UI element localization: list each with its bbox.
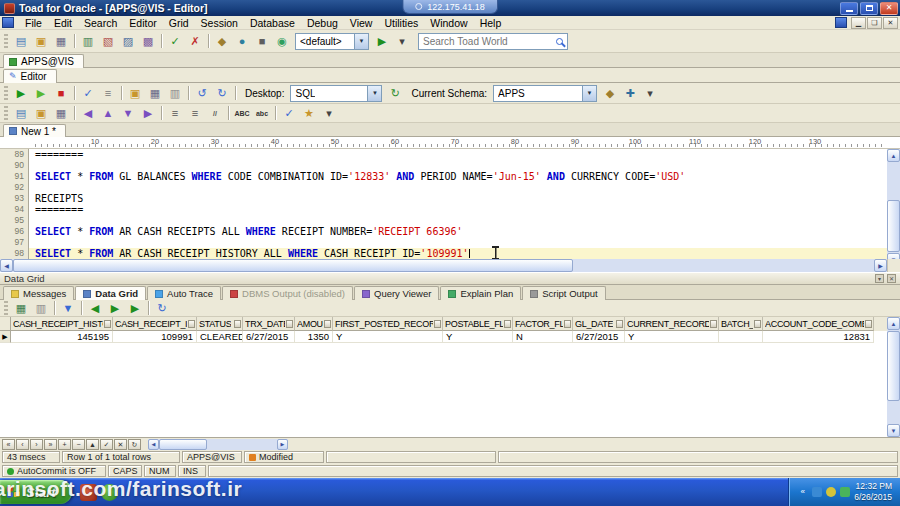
lowercase-icon[interactable]: abc — [253, 105, 271, 122]
schema-combo[interactable]: APPS ▼ — [493, 85, 597, 102]
column-header-first-posted-record-flag[interactable]: FIRST_POSTED_RECORD_FLAG — [333, 317, 443, 331]
editor-vertical-scrollbar[interactable]: ▲ ▼ — [887, 149, 900, 259]
mdi-minimize-button[interactable]: ▁ — [851, 17, 866, 29]
prior-record-button[interactable]: ‹ — [16, 439, 29, 450]
search-input[interactable] — [423, 36, 553, 47]
security-icon[interactable] — [840, 487, 850, 497]
column-header-trx-date[interactable]: TRX_DATE — [243, 317, 295, 331]
cell-trx-date[interactable]: 6/27/2015 — [243, 331, 295, 343]
cell-factor-flag[interactable]: N — [513, 331, 573, 343]
cell-batch-id[interactable] — [719, 331, 763, 343]
document-tab-new-1[interactable]: New 1 * — [3, 124, 66, 137]
toad-world-icon[interactable]: ◉ — [273, 33, 291, 50]
column-options-icon[interactable] — [710, 320, 717, 328]
execute-script-icon[interactable]: ▶ — [32, 85, 50, 102]
rdp-pin-icon[interactable] — [415, 3, 422, 10]
search-icon[interactable] — [556, 38, 563, 45]
refresh-record-button[interactable]: ↻ — [128, 439, 141, 450]
menu-help[interactable]: Help — [474, 16, 508, 29]
show-hidden-icons-icon[interactable]: « — [797, 487, 808, 498]
save-file-icon[interactable]: ▦ — [52, 33, 70, 50]
minimize-button[interactable] — [840, 2, 858, 15]
column-options-icon[interactable] — [324, 320, 331, 328]
new-tab-icon[interactable]: ▤ — [12, 105, 30, 122]
menu-file[interactable]: File — [19, 16, 48, 29]
rollback-icon[interactable]: ✗ — [186, 33, 204, 50]
report-manager-icon[interactable]: ● — [233, 33, 251, 50]
grid-vertical-scrollbar[interactable]: ▲ ▼ — [887, 317, 900, 437]
commit-icon[interactable]: ✓ — [166, 33, 184, 50]
cell-cash-receipt-id[interactable]: 109991 — [113, 331, 197, 343]
editor-horizontal-scrollbar[interactable]: ◀ ▶ — [0, 259, 900, 272]
describe-schema-icon[interactable]: ◆ — [601, 85, 619, 102]
scroll-down-icon[interactable]: ▼ — [887, 424, 900, 437]
scrollbar-thumb[interactable] — [887, 200, 900, 252]
menu-view[interactable]: View — [344, 16, 379, 29]
schema-options-icon[interactable]: ✚ — [621, 85, 639, 102]
editor-line[interactable]: 91SELECT * FROM GL_BALANCES WHERE CODE_C… — [0, 171, 887, 182]
toolbar-grip[interactable] — [4, 301, 8, 315]
open-editor-file-icon[interactable]: ▣ — [126, 85, 144, 102]
desktop-combo[interactable]: SQL ▼ — [290, 85, 382, 102]
column-header-cash-receipt-id[interactable]: CASH_RECEIPT_ID — [113, 317, 197, 331]
result-tab-auto-trace[interactable]: Auto Trace — [147, 286, 221, 300]
editor-line[interactable]: 96SELECT * FROM AR_CASH_RECEIPTS_ALL WHE… — [0, 226, 887, 237]
volume-icon[interactable] — [826, 487, 836, 497]
start-button[interactable]: Start — [0, 480, 72, 504]
cancel-edit-button[interactable]: ✕ — [114, 439, 127, 450]
cell-postable-flag[interactable]: Y — [443, 331, 513, 343]
editor-line[interactable]: 98SELECT * FROM AR_CASH_RECEIPT_HISTORY_… — [0, 248, 887, 259]
cell-first-posted-record-flag[interactable]: Y — [333, 331, 443, 343]
scroll-up-icon[interactable]: ▲ — [887, 317, 900, 330]
open-file-icon[interactable]: ▣ — [32, 33, 50, 50]
undo-icon[interactable]: ↺ — [193, 85, 211, 102]
column-options-icon[interactable] — [234, 320, 241, 328]
toolbar-grip[interactable] — [4, 34, 8, 48]
column-options-icon[interactable] — [564, 320, 571, 328]
column-options-icon[interactable] — [754, 320, 761, 328]
editor-line[interactable]: 93RECEIPTS — [0, 193, 887, 204]
column-header-account-code-combination-id[interactable]: ACCOUNT_CODE_COMBINATION_ID — [763, 317, 874, 331]
editor-line[interactable]: 90 — [0, 160, 887, 171]
column-options-icon[interactable] — [865, 320, 872, 328]
execute-statement-icon[interactable]: ▶ — [12, 85, 30, 102]
insert-record-button[interactable]: + — [58, 439, 71, 450]
result-tab-query-viewer[interactable]: Query Viewer — [354, 286, 439, 300]
result-tab-messages[interactable]: Messages — [3, 286, 74, 300]
next-statement-icon[interactable]: ▶ — [139, 105, 157, 122]
toolbar-grip[interactable] — [4, 106, 8, 120]
schema-browser-icon[interactable]: ▥ — [79, 33, 97, 50]
database-browser-icon[interactable]: ▩ — [139, 33, 157, 50]
result-tab-data-grid[interactable]: Data Grid — [75, 286, 146, 300]
halt-execution-icon[interactable]: ■ — [52, 85, 70, 102]
column-header-gl-date[interactable]: GL_DATE — [573, 317, 625, 331]
scroll-left-icon[interactable]: ◀ — [148, 439, 159, 450]
menu-session[interactable]: Session — [195, 16, 244, 29]
toad-quicklaunch-icon[interactable] — [80, 484, 97, 501]
network-icon[interactable] — [812, 487, 822, 497]
last-statement-icon[interactable]: ▼ — [119, 105, 137, 122]
data-grid[interactable]: CASH_RECEIPT_HISTORY_IDCASH_RECEIPT_IDST… — [0, 317, 900, 437]
grid-horizontal-scrollbar[interactable]: ◀ ▶ — [148, 439, 288, 450]
menu-edit[interactable]: Edit — [48, 16, 78, 29]
first-statement-icon[interactable]: ▲ — [99, 105, 117, 122]
scrollbar-thumb[interactable] — [159, 439, 207, 450]
row-marker[interactable]: ▶ — [0, 331, 11, 343]
panel-close-icon[interactable]: ✕ — [887, 274, 896, 283]
cell-gl-date[interactable]: 6/27/2015 — [573, 331, 625, 343]
restore-button[interactable] — [860, 2, 878, 15]
filter-data-icon[interactable]: ▼ — [59, 300, 77, 317]
connection-combo[interactable]: <default> ▼ — [295, 33, 369, 50]
bookmark-icon[interactable]: ★ — [300, 105, 318, 122]
spell-check-icon[interactable]: ✓ — [280, 105, 298, 122]
menu-database[interactable]: Database — [244, 16, 301, 29]
menu-editor[interactable]: Editor — [123, 16, 162, 29]
column-header-amount[interactable]: AMOUNT — [295, 317, 333, 331]
column-options-icon[interactable] — [104, 320, 111, 328]
more-toolbar-options-icon[interactable]: ▾ — [641, 85, 659, 102]
window-menu-icon[interactable] — [2, 17, 14, 28]
uppercase-icon[interactable]: ABC — [233, 105, 251, 122]
column-header-batch-id[interactable]: BATCH_ID — [719, 317, 763, 331]
result-tab-dbms-output-disabled[interactable]: DBMS Output (disabled) — [222, 286, 353, 300]
delete-record-button[interactable]: − — [72, 439, 85, 450]
